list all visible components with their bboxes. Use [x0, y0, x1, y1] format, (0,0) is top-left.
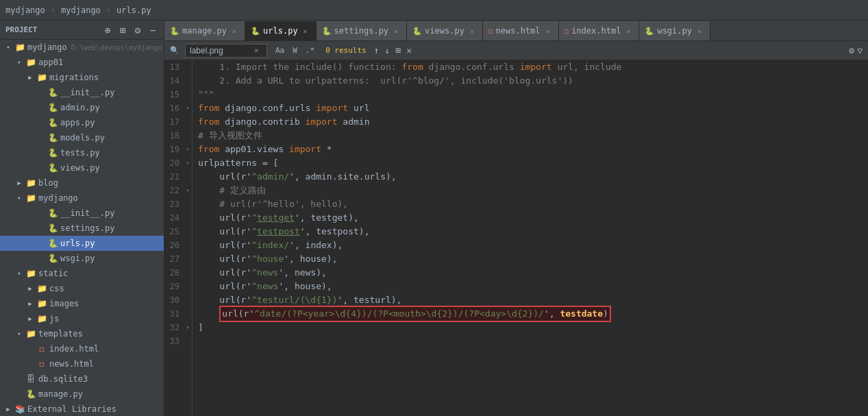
html-tab-icon: ◻ [565, 27, 569, 36]
sidebar-item-mydjango-pkg[interactable]: ▾ 📁 mydjango [0, 191, 164, 206]
tab-close-wsgi[interactable]: ✕ [695, 26, 704, 36]
sidebar-item-settings-py[interactable]: 🐍 settings.py [0, 221, 164, 236]
search-clear-icon[interactable]: ✕ [254, 46, 259, 55]
py-icon: 🐍 [47, 147, 59, 158]
tab-manage[interactable]: 🐍 manage.py ✕ [164, 21, 245, 40]
ln-17: 17 [164, 115, 184, 129]
folder-icon: 📁 [36, 298, 48, 309]
sidebar-item-label: news.html [49, 359, 94, 369]
tab-close-manage[interactable]: ✕ [230, 26, 239, 36]
code-line-30: url(r'^testurl/(\d{1})', testurl), [198, 293, 868, 307]
code-line-13: 1. Import the include() function: from d… [198, 60, 868, 74]
regex-btn[interactable]: .* [303, 45, 317, 57]
tab-urls[interactable]: 🐍 urls.py ✕ [245, 21, 317, 40]
tab-views[interactable]: 🐍 views.py ✕ [407, 21, 483, 40]
match-case-btn[interactable]: Aa [273, 45, 287, 57]
sidebar-item-news-html[interactable]: ◻ news.html [0, 356, 164, 371]
ln-25: 25 [164, 225, 184, 238]
search-icon: 🔍 [170, 46, 179, 55]
sidebar-item-mydjango-root[interactable]: ▾ 📁 mydjango D:\web\devops\mydjango [0, 40, 164, 55]
sidebar-item-label: blog [38, 178, 58, 188]
sidebar-item-views-py[interactable]: 🐍 views.py [0, 160, 164, 175]
tab-wsgi[interactable]: 🐍 wsgi.py ✕ [639, 21, 710, 40]
arrow-icon: ▾ [14, 330, 25, 337]
sidebar-item-index-html[interactable]: ◻ index.html [0, 341, 164, 356]
tab-index[interactable]: ◻ index.html ✕ [559, 21, 640, 40]
arrow-icon: ▶ [25, 74, 36, 81]
html-icon: ◻ [36, 358, 48, 369]
sidebar-item-label: __init__.py [60, 208, 114, 218]
tab-close-urls[interactable]: ✕ [301, 26, 310, 36]
py-icon: 🐍 [47, 253, 59, 264]
code-content[interactable]: 1. Import the include() function: from d… [193, 60, 868, 416]
collapse-icon[interactable]: − [147, 25, 158, 36]
sidebar-item-models-py[interactable]: 🐍 models.py [0, 130, 164, 145]
code-line-22: # 定义路由 [198, 184, 868, 197]
code-line-29: url(r'^news', house), [198, 280, 868, 293]
arrow-icon: ▶ [3, 406, 14, 413]
code-editor[interactable]: 13 14 15 16▾ 17 18 19▾ 20▾ 21 22▾ 23 24 … [164, 60, 868, 416]
tab-close-settings[interactable]: ✕ [391, 26, 401, 36]
ln-29: 29 [164, 280, 184, 293]
line-number-gutter: 13 14 15 16▾ 17 18 19▾ 20▾ 21 22▾ 23 24 … [164, 60, 193, 416]
search-input[interactable] [190, 46, 251, 56]
filter-icon: ▽ [857, 45, 863, 56]
gear-icon[interactable]: ⚙ [132, 25, 143, 36]
sidebar-item-manage-py[interactable]: 🐍 manage.py [0, 387, 164, 402]
sidebar-item-wsgi-py[interactable]: 🐍 wsgi.py [0, 251, 164, 266]
tab-bar: 🐍 manage.py ✕ 🐍 urls.py ✕ 🐍 settings.py … [164, 21, 868, 41]
folder-icon: 📁 [14, 42, 26, 53]
next-result-btn[interactable]: ↓ [383, 45, 393, 56]
ln-24: 24 [164, 211, 184, 225]
find-all-btn[interactable]: ⊞ [393, 45, 403, 56]
tab-label: views.py [425, 26, 464, 36]
prev-result-btn[interactable]: ↑ [372, 45, 382, 56]
ln-14: 14 [164, 74, 184, 88]
breadcrumb: mydjango › mydjango › urls.py [5, 5, 151, 15]
ln-32: 32 [164, 321, 184, 334]
tab-label: manage.py [182, 26, 227, 36]
sidebar-item-urls-py[interactable]: 🐍 urls.py [0, 236, 164, 251]
sidebar-item-static[interactable]: ▾ 📁 static [0, 266, 164, 281]
editor-area: 🐍 manage.py ✕ 🐍 urls.py ✕ 🐍 settings.py … [164, 21, 868, 416]
tab-close-views[interactable]: ✕ [467, 26, 477, 36]
sidebar-item-apps-py[interactable]: 🐍 apps.py [0, 115, 164, 130]
sidebar-item-js[interactable]: ▶ 📁 js [0, 311, 164, 326]
sidebar-item-label: views.py [60, 163, 100, 173]
tab-close-index[interactable]: ✕ [623, 26, 633, 36]
py-tab-icon: 🐍 [412, 27, 422, 36]
sidebar-item-app01[interactable]: ▾ 📁 app01 [0, 55, 164, 70]
sidebar-item-init-mydjango[interactable]: 🐍 __init__.py [0, 206, 164, 221]
close-search-btn[interactable]: ✕ [404, 45, 414, 56]
sidebar-item-db-sqlite3[interactable]: 🗄 db.sqlite3 [0, 371, 164, 387]
tab-settings[interactable]: 🐍 settings.py ✕ [317, 21, 407, 40]
sidebar-item-label: migrations [49, 73, 99, 82]
add-file-icon[interactable]: ⊕ [102, 25, 113, 36]
ln-26: 26 [164, 238, 184, 252]
filter-btn[interactable]: ⚙ ▽ [849, 45, 863, 56]
sidebar-item-label: static [38, 269, 68, 278]
match-word-btn[interactable]: W [290, 45, 300, 57]
tab-close-news[interactable]: ✕ [543, 26, 553, 36]
sidebar-item-migrations[interactable]: ▶ 📁 migrations [0, 70, 164, 85]
sidebar-item-css[interactable]: ▶ 📁 css [0, 281, 164, 296]
tab-news[interactable]: ◻ news.html ✕ [483, 21, 559, 40]
folder-icon: 📁 [25, 178, 37, 188]
project-title: Project [5, 25, 37, 34]
sidebar-item-label: app01 [38, 58, 63, 67]
ln-19: 19 [164, 143, 184, 156]
sidebar-item-tests-py[interactable]: 🐍 tests.py [0, 145, 164, 160]
sidebar-item-external-libraries[interactable]: ▶ 📚 External Libraries [0, 402, 164, 416]
sidebar-item-images[interactable]: ▶ 📁 images [0, 296, 164, 311]
add-folder-icon[interactable]: ⊞ [117, 25, 128, 36]
sidebar-item-label: manage.py [38, 389, 83, 399]
sidebar-item-label: css [49, 284, 64, 293]
sidebar-item-templates[interactable]: ▾ 📁 templates [0, 326, 164, 341]
arrow-icon: ▶ [25, 300, 36, 307]
sidebar-item-init-app01[interactable]: 🐍 __init__.py [0, 85, 164, 100]
sidebar-item-blog[interactable]: ▶ 📁 blog [0, 175, 164, 191]
sidebar-item-admin-py[interactable]: 🐍 admin.py [0, 100, 164, 115]
ln-30: 30 [164, 293, 184, 307]
highlighted-url-line: url(r'^date/(?P<year>\d{4})/(?P<mouth>\d… [219, 306, 611, 322]
arrow-icon: ▶ [25, 315, 36, 322]
